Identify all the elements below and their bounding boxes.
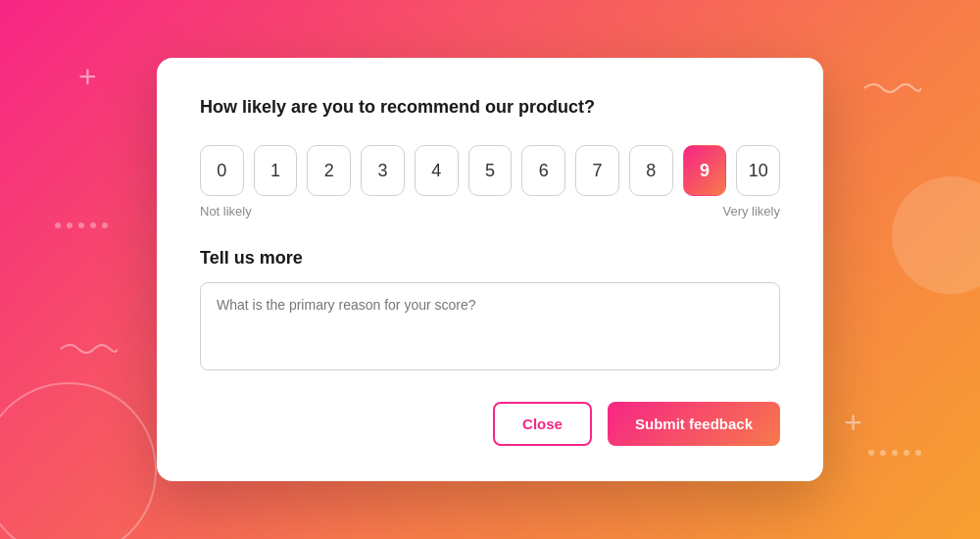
bg-circle-left bbox=[0, 382, 157, 539]
nps-score-8[interactable]: 8 bbox=[629, 145, 673, 196]
close-button[interactable]: Close bbox=[493, 402, 592, 446]
bg-circle-right bbox=[892, 176, 980, 294]
bg-dots-2 bbox=[867, 443, 926, 461]
nps-label-high: Very likely bbox=[722, 204, 780, 219]
modal-actions: Close Submit feedback bbox=[200, 402, 780, 446]
svg-point-4 bbox=[102, 222, 108, 228]
nps-score-9[interactable]: 9 bbox=[683, 145, 727, 196]
svg-point-7 bbox=[892, 450, 898, 456]
bg-plus-icon-1: + bbox=[78, 59, 97, 95]
nps-score-4[interactable]: 4 bbox=[415, 145, 459, 196]
feedback-textarea[interactable] bbox=[200, 282, 780, 370]
nps-labels: Not likely Very likely bbox=[200, 204, 780, 219]
nps-question: How likely are you to recommend our prod… bbox=[200, 97, 780, 118]
nps-score-0[interactable]: 0 bbox=[200, 145, 244, 196]
nps-score-10[interactable]: 10 bbox=[736, 145, 780, 196]
submit-button[interactable]: Submit feedback bbox=[608, 402, 780, 446]
nps-score-1[interactable]: 1 bbox=[254, 145, 298, 196]
feedback-modal: How likely are you to recommend our prod… bbox=[157, 58, 823, 481]
nps-score-row: 012345678910 bbox=[200, 145, 780, 196]
svg-point-5 bbox=[868, 450, 874, 456]
bg-dots-1 bbox=[54, 216, 113, 233]
nps-score-3[interactable]: 3 bbox=[361, 145, 405, 196]
nps-score-6[interactable]: 6 bbox=[521, 145, 565, 196]
svg-point-9 bbox=[915, 450, 921, 456]
svg-point-3 bbox=[90, 222, 96, 228]
bg-wave-icon-1 bbox=[862, 78, 921, 102]
bg-plus-icon-2: + bbox=[844, 405, 862, 441]
nps-label-low: Not likely bbox=[200, 204, 252, 219]
bg-wave-icon-2 bbox=[59, 339, 118, 363]
svg-point-1 bbox=[67, 222, 73, 228]
svg-point-8 bbox=[904, 450, 909, 456]
tell-us-more-label: Tell us more bbox=[200, 248, 780, 269]
nps-score-5[interactable]: 5 bbox=[468, 145, 513, 196]
nps-score-2[interactable]: 2 bbox=[307, 145, 351, 196]
nps-score-7[interactable]: 7 bbox=[575, 145, 619, 196]
svg-point-0 bbox=[55, 222, 61, 228]
svg-point-6 bbox=[880, 450, 886, 456]
svg-point-2 bbox=[78, 222, 84, 228]
